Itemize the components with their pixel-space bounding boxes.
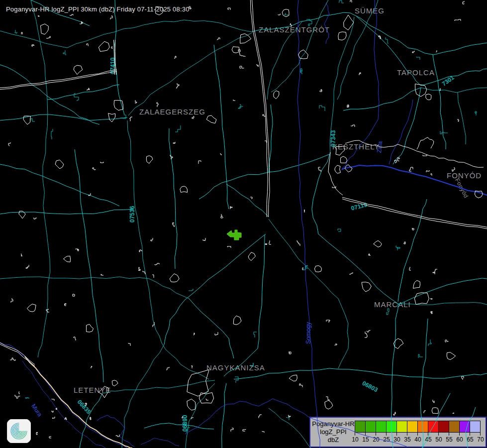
city-label: TAPOLCA — [397, 68, 435, 77]
road-number-label: 07343 — [330, 130, 337, 147]
radar-view: Poganyvar-HR logZ_PPI dbZ 10152025303540… — [0, 0, 487, 448]
city-label: LETENYE — [74, 386, 111, 394]
road-number-label: 07119 — [350, 201, 368, 212]
city-label: SÜMEG — [355, 6, 385, 15]
map-labels-layer: SÜMEGZALASZENTGRÓTTAPOLCAZALAEGERSZEGKES… — [0, 0, 487, 448]
water-label: Zala — [376, 141, 384, 153]
city-label: NAGYKANIZSA — [206, 363, 265, 372]
city-label: FONYÓD — [447, 171, 482, 180]
road-number-label: 07536 — [129, 206, 136, 223]
city-label: ZALASZENTGRÓT — [259, 25, 330, 34]
road-number-label: 06835 — [76, 398, 93, 415]
radar-product-title: Poganyvar-HR logZ_PPI 30km (dbZ) Friday … — [6, 5, 190, 13]
road-number-label: 07410 — [109, 58, 116, 74]
water-label: Somogy — [305, 322, 312, 344]
water-label: Mura — [30, 403, 43, 418]
road-number-label: 06803 — [361, 380, 379, 394]
city-label: ZALAEGERSZEG — [139, 108, 205, 116]
road-number-label: 7301 — [441, 74, 456, 88]
city-label: MARCALI — [374, 300, 411, 309]
area-label: Fonyód — [454, 177, 470, 200]
road-number-label: 06890 — [182, 415, 189, 432]
city-label: KESZTHELY — [332, 142, 380, 151]
provider-logo-icon — [7, 419, 31, 443]
